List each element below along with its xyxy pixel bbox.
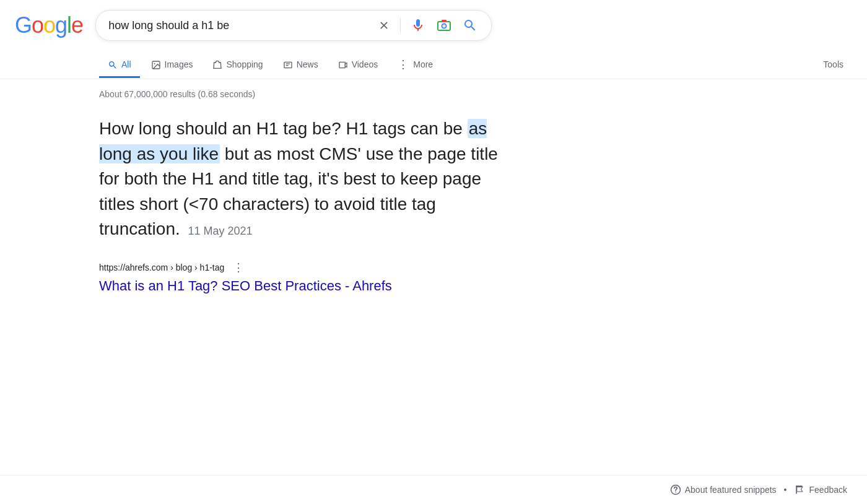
shopping-icon	[212, 59, 222, 69]
images-icon	[151, 59, 161, 69]
results-area: About 67,000,000 results (0.68 seconds) …	[0, 79, 533, 309]
tab-shopping-label: Shopping	[226, 59, 263, 69]
close-icon	[378, 19, 390, 32]
search-bar: how long should a h1 be	[95, 10, 492, 41]
search-icon	[463, 18, 477, 33]
more-dots-icon: ⋮	[398, 58, 409, 71]
svg-rect-9	[339, 62, 345, 67]
clear-button[interactable]	[377, 18, 391, 33]
logo-letter-o1: o	[32, 12, 43, 38]
search-tabs: All Images Shopping News Videos ⋮ More T…	[0, 46, 867, 79]
voice-search-button[interactable]	[409, 17, 427, 34]
header: Google how long should a h1 be	[0, 0, 867, 41]
search-button[interactable]	[461, 17, 479, 34]
tab-tools[interactable]: Tools	[814, 53, 852, 77]
results-count: About 67,000,000 results (0.68 seconds)	[99, 89, 518, 99]
microphone-icon	[411, 18, 425, 33]
search-input[interactable]: how long should a h1 be	[108, 19, 369, 32]
tab-news-label: News	[297, 59, 318, 69]
snippet-text-before: How long should an H1 tag be? H1 tags ca…	[99, 119, 468, 138]
source-url-row: https://ahrefs.com › blog › h1-tag ⋮	[99, 259, 518, 276]
tab-videos[interactable]: Videos	[329, 53, 387, 77]
tab-shopping[interactable]: Shopping	[204, 53, 271, 77]
tab-more[interactable]: ⋮ More	[389, 51, 442, 79]
search-bar-icons	[377, 17, 479, 34]
tab-all[interactable]: All	[99, 53, 140, 77]
lens-button[interactable]	[435, 17, 453, 34]
all-search-icon	[108, 59, 118, 69]
tab-news[interactable]: News	[274, 53, 327, 77]
logo-letter-e: e	[71, 12, 83, 38]
result-title-link[interactable]: What is an H1 Tag? SEO Best Practices - …	[99, 278, 518, 294]
logo-letter-o2: o	[43, 12, 55, 38]
tab-more-label: More	[413, 59, 433, 69]
news-icon	[283, 59, 293, 69]
search-divider	[400, 18, 401, 33]
featured-snippet: How long should an H1 tag be? H1 tags ca…	[99, 116, 518, 242]
svg-point-5	[154, 63, 155, 64]
result-menu-button[interactable]: ⋮	[229, 259, 248, 276]
svg-point-3	[443, 25, 445, 27]
tab-images[interactable]: Images	[142, 53, 202, 77]
google-logo[interactable]: Google	[15, 12, 83, 38]
tab-images-label: Images	[165, 59, 193, 69]
result-url: https://ahrefs.com › blog › h1-tag	[99, 263, 224, 272]
videos-icon	[338, 59, 348, 69]
logo-letter-g: G	[15, 12, 32, 38]
tab-all-label: All	[121, 59, 131, 69]
logo-letter-g2: g	[55, 12, 67, 38]
tab-tools-label: Tools	[823, 59, 843, 69]
tab-videos-label: Videos	[352, 59, 378, 69]
svg-rect-2	[442, 20, 447, 22]
vertical-dots-icon: ⋮	[233, 261, 244, 274]
snippet-date: 11 May 2021	[185, 225, 253, 237]
camera-icon	[437, 18, 451, 33]
